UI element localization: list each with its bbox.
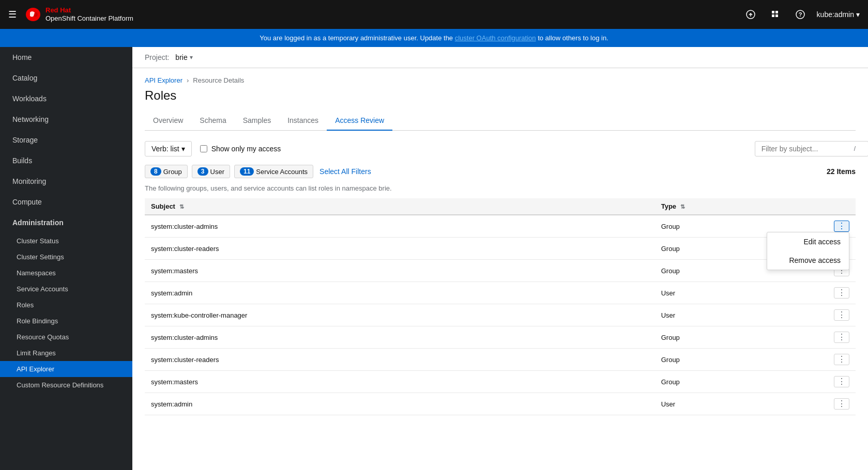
row-actions-button[interactable]: ⋮ <box>834 332 849 343</box>
user-menu-button[interactable]: kube:admin ▾ <box>817 10 860 19</box>
project-value: brie <box>175 53 187 61</box>
hamburger-menu-button[interactable]: ☰ <box>8 9 17 20</box>
tab-access-review[interactable]: Access Review <box>327 111 392 131</box>
verb-label: Verb: list <box>151 145 179 153</box>
sidebar-item-networking[interactable]: Networking <box>0 109 132 130</box>
access-table: Subject ⇅ Type ⇅ system:cluster-admins <box>145 198 856 415</box>
filter-chip-user[interactable]: 3 User <box>192 165 230 178</box>
filter-chips-row: 8 Group 3 User 11 Service Accounts Selec… <box>145 165 856 178</box>
svg-rect-2 <box>772 11 774 13</box>
sidebar-item-service-accounts[interactable]: Service Accounts <box>0 281 132 297</box>
table-row: system:kube-controller-manager User ⋮ <box>145 304 856 326</box>
tab-instances[interactable]: Instances <box>279 111 327 131</box>
cell-subject: system:cluster-admins <box>145 326 655 349</box>
topnav: ☰ Red Hat OpenShift Container Platform <box>0 0 868 29</box>
show-only-input[interactable] <box>200 145 207 152</box>
row-actions-button[interactable]: ⋮ <box>834 309 849 321</box>
items-count: 22 Items <box>827 167 856 176</box>
cell-type: Group <box>655 371 825 393</box>
logo-text: Red Hat OpenShift Container Platform <box>45 6 133 22</box>
subject-sort-icon[interactable]: ⇅ <box>179 203 184 210</box>
row-actions-button[interactable]: ⋮ <box>834 398 849 410</box>
row-actions-button[interactable]: ⋮ <box>834 354 849 365</box>
svg-rect-3 <box>775 11 778 13</box>
cell-type: Group <box>655 349 825 371</box>
actions-wrapper: ⋮ Edit access Remove access <box>834 221 849 232</box>
tabs: Overview Schema Samples Instances Access… <box>145 111 856 131</box>
show-only-checkbox[interactable]: Show only my access <box>200 145 281 153</box>
cell-actions: ⋮ <box>825 393 856 415</box>
main-layout: Home Catalog Workloads Networking Storag… <box>0 47 868 470</box>
sidebar-item-builds[interactable]: Builds <box>0 150 132 171</box>
sidebar-item-home[interactable]: Home <box>0 47 132 68</box>
remove-access-menu-item[interactable]: Remove access <box>767 251 849 270</box>
cell-actions: ⋮ <box>825 349 856 371</box>
sidebar-item-crd[interactable]: Custom Resource Definitions <box>0 377 132 393</box>
grid-icon <box>771 10 780 19</box>
filter-subject-input[interactable] <box>755 141 868 156</box>
table-row: system:cluster-readers Group ⋮ <box>145 349 856 371</box>
user-chip-count: 3 <box>197 167 208 176</box>
table-row: system:cluster-admins Group ⋮ Edit acces… <box>145 215 856 238</box>
cluster-oauth-link[interactable]: cluster OAuth configuration <box>455 34 536 42</box>
sidebar-item-compute[interactable]: Compute <box>0 192 132 212</box>
sa-chip-label: Service Accounts <box>256 168 308 176</box>
logo: Red Hat OpenShift Container Platform <box>25 6 742 22</box>
cell-subject: system:kube-controller-manager <box>145 304 655 326</box>
sidebar-item-role-bindings[interactable]: Role Bindings <box>0 313 132 329</box>
project-label: Project: <box>145 53 169 61</box>
cell-subject: system:cluster-admins <box>145 215 655 238</box>
table-row: system:admin User ⋮ <box>145 282 856 304</box>
admin-banner: You are logged in as a temporary adminis… <box>0 29 868 47</box>
sidebar-item-resource-quotas[interactable]: Resource Quotas <box>0 329 132 345</box>
sidebar-item-monitoring[interactable]: Monitoring <box>0 171 132 192</box>
sidebar-item-workloads[interactable]: Workloads <box>0 88 132 109</box>
sidebar-item-catalog[interactable]: Catalog <box>0 68 132 88</box>
verb-select[interactable]: Verb: list ▾ <box>145 141 192 156</box>
cell-type: User <box>655 393 825 415</box>
sidebar-item-cluster-status[interactable]: Cluster Status <box>0 233 132 249</box>
sidebar-item-api-explorer[interactable]: API Explorer <box>0 361 132 377</box>
topnav-actions: ? kube:admin ▾ <box>742 6 860 23</box>
edit-access-menu-item[interactable]: Edit access <box>767 232 849 251</box>
page-title: Roles <box>145 88 856 103</box>
row-actions-button[interactable]: ⋮ <box>834 376 849 387</box>
sidebar-item-storage[interactable]: Storage <box>0 130 132 150</box>
filter-chip-service-accounts[interactable]: 11 Service Accounts <box>234 165 313 178</box>
column-subject: Subject ⇅ <box>145 198 655 215</box>
upload-icon <box>746 10 755 19</box>
sidebar-item-limit-ranges[interactable]: Limit Ranges <box>0 345 132 361</box>
help-icon: ? <box>796 10 805 19</box>
sidebar-item-roles[interactable]: Roles <box>0 297 132 313</box>
filter-chip-group[interactable]: 8 Group <box>145 165 188 178</box>
verb-chevron-icon: ▾ <box>181 145 185 153</box>
tab-overview[interactable]: Overview <box>145 111 191 131</box>
table-row: system:masters Group ⋮ <box>145 371 856 393</box>
row-actions-button[interactable]: ⋮ <box>834 287 849 299</box>
type-sort-icon[interactable]: ⇅ <box>680 203 685 210</box>
tab-samples[interactable]: Samples <box>235 111 279 131</box>
project-chevron-icon: ▾ <box>190 54 193 61</box>
banner-text-after: to allow others to log in. <box>538 34 608 42</box>
cell-subject: system:masters <box>145 260 655 282</box>
table-row: system:masters Group ⋮ <box>145 260 856 282</box>
select-all-filters-link[interactable]: Select All Filters <box>319 167 371 176</box>
access-description: The following groups, users, and service… <box>145 184 856 192</box>
row-actions-button[interactable]: ⋮ <box>834 221 849 232</box>
grid-icon-button[interactable] <box>767 6 784 23</box>
table-row: system:admin User ⋮ <box>145 393 856 415</box>
sidebar-item-cluster-settings[interactable]: Cluster Settings <box>0 249 132 265</box>
logo-line1: Red Hat <box>45 6 133 14</box>
breadcrumb-parent-link[interactable]: API Explorer <box>145 76 182 84</box>
group-chip-count: 8 <box>150 167 161 176</box>
breadcrumb: API Explorer › Resource Details <box>145 76 856 84</box>
tab-schema[interactable]: Schema <box>191 111 234 131</box>
project-selector-button[interactable]: Project: brie ▾ <box>145 53 193 61</box>
table-body: system:cluster-admins Group ⋮ Edit acces… <box>145 215 856 415</box>
table-row: system:cluster-admins Group ⋮ <box>145 326 856 349</box>
redhat-logo-icon <box>25 7 41 22</box>
upload-icon-button[interactable] <box>742 6 759 23</box>
logo-line2: OpenShift Container Platform <box>45 14 133 23</box>
help-icon-button[interactable]: ? <box>792 6 809 23</box>
sidebar-item-namespaces[interactable]: Namespaces <box>0 265 132 281</box>
